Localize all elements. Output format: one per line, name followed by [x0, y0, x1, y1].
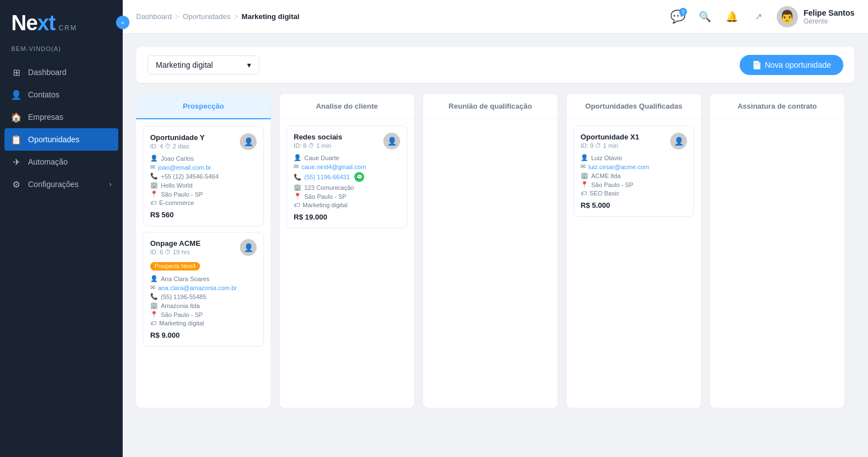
location-icon: 📍: [581, 181, 588, 188]
card-oportunidade-x1[interactable]: Oportunidade X1 ID: 9 ⏱ 1 min 👤 👤 Luiz O…: [573, 125, 694, 217]
card-contact: 👤 Ana Clara Soares: [150, 275, 257, 282]
tag-icon: 🏷: [150, 320, 156, 327]
bell-icon: 🔔: [726, 11, 738, 23]
card-phone-text[interactable]: (55) 1196-66431: [304, 174, 350, 180]
toolbar: Marketing digital ▾ 📄 Nova oportunidade: [136, 47, 855, 83]
email-icon: ✉: [294, 163, 299, 170]
sidebar-item-oportunidades[interactable]: 📋 Oportunidades: [4, 128, 118, 151]
column-body-assinatura: [710, 119, 844, 132]
sidebar-item-empresas[interactable]: 🏠 Empresas: [0, 106, 123, 128]
breadcrumb-dashboard[interactable]: Dashboard: [136, 12, 172, 21]
contact-name: Joao Carlos: [161, 155, 194, 162]
column-header-prospeccao: Prospecção: [136, 94, 271, 119]
card-onpage-acme[interactable]: Onpage ACME ID: 6 ⏱ 19 hrs 👤 Prospects N…: [143, 232, 264, 347]
content-area: Marketing digital ▾ 📄 Nova oportunidade …: [123, 34, 868, 457]
whatsapp-badge-count: 3: [679, 8, 687, 16]
card-location: 📍 São Paulo - SP: [581, 181, 687, 188]
card-tag-text: Marketing digital: [303, 202, 347, 208]
card-id: ID: 6 ⏱ 19 hrs: [150, 249, 201, 255]
location-icon: 📍: [150, 311, 158, 318]
card-tag-field: 🏷 SEO Basic: [581, 190, 687, 197]
automacao-icon: ✈: [11, 157, 21, 167]
new-opportunity-button[interactable]: 📄 Nova oportunidade: [740, 55, 843, 75]
card-id-text: ID: 9 ⏱ 1 min: [581, 142, 618, 149]
breadcrumb-current: Marketing digital: [242, 12, 299, 21]
card-email-link[interactable]: joao@email.com.br: [158, 164, 211, 171]
card-company: 🏢 ACME ltda: [581, 172, 687, 179]
card-oportunidade-y[interactable]: Oportunidade Y ID: 4 ⏱ 2 dias 👤 👤 Joao C…: [143, 126, 264, 226]
card-title: Oportunidade Y: [150, 133, 205, 142]
search-button[interactable]: 🔍: [696, 8, 714, 26]
file-icon: 📄: [752, 60, 762, 69]
column-header-analise: Analise do cliente: [280, 94, 414, 119]
sidebar-item-label: Configurações: [28, 180, 78, 189]
column-header-qualificadas: Oportunidades Qualificadas: [567, 94, 701, 119]
sidebar-item-contatos[interactable]: 👤 Contatos: [0, 83, 123, 106]
card-price: R$ 5.000: [581, 201, 687, 209]
sidebar-item-automacao[interactable]: ✈ Automação: [0, 151, 123, 173]
column-qualificadas: Oportunidades Qualificadas Oportunidade …: [567, 94, 701, 408]
card-email: ✉ luiz.cesar@acme.com: [581, 163, 687, 170]
column-header-assinatura: Assinatura de contrato: [710, 94, 844, 119]
user-profile[interactable]: 👨 Felipe Santos Gerente: [777, 6, 855, 27]
sidebar-nav: ⊞ Dashboard 👤 Contatos 🏠 Empresas 📋 Opor…: [0, 61, 123, 457]
card-tag-text: E-commerce: [159, 199, 194, 206]
card-redes-sociais[interactable]: Redes sociais ID: 8 ⏱ 1 min 👤 👤 Caue Dua…: [286, 125, 407, 228]
card-tag-field: 🏷 Marketing digital: [150, 320, 257, 327]
card-company-text: Hello World: [161, 182, 193, 189]
breadcrumb-oportunidades[interactable]: Oportunidades: [183, 12, 230, 21]
card-email-link[interactable]: caue.next4@gmail.com: [301, 164, 366, 170]
card-company: 🏢 123 Comunicação: [294, 184, 400, 191]
pipeline-dropdown[interactable]: Marketing digital ▾: [147, 55, 259, 74]
dashboard-icon: ⊞: [11, 67, 21, 77]
card-header: Oportunidade X1 ID: 9 ⏱ 1 min 👤: [581, 133, 687, 150]
notifications-button[interactable]: 🔔: [723, 8, 741, 26]
logo-crm: CRM: [58, 24, 77, 32]
card-tag-text: Marketing digital: [159, 320, 204, 327]
new-opportunity-label: Nova oportunidade: [765, 60, 831, 69]
card-company-text: 123 Comunicação: [304, 184, 354, 191]
column-body-reuniao: [423, 119, 558, 132]
location-icon: 📍: [150, 190, 158, 198]
column-analise: Analise do cliente Redes sociais ID: 8 ⏱…: [280, 94, 414, 408]
logo-area: Next CRM: [0, 0, 123, 41]
card-phone: 📞 (55) 1196-55485: [150, 293, 257, 300]
card-tag-text: SEO Basic: [590, 190, 619, 197]
card-location-text: São Paulo - SP: [591, 181, 633, 188]
column-body-prospeccao: Oportunidade Y ID: 4 ⏱ 2 dias 👤 👤 Joao C…: [136, 119, 271, 353]
sidebar-toggle[interactable]: «: [116, 16, 129, 29]
card-email-link[interactable]: ana.clara@amazonia.com.br: [158, 285, 237, 291]
card-company-text: ACME ltda: [591, 172, 621, 179]
card-header: Redes sociais ID: 8 ⏱ 1 min 👤: [294, 133, 400, 150]
email-icon: ✉: [581, 163, 586, 170]
empresas-icon: 🏠: [11, 112, 21, 122]
email-icon: ✉: [150, 284, 155, 291]
card-avatar: 👤: [383, 133, 400, 150]
share-button[interactable]: ↗: [750, 8, 768, 26]
card-location-text: São Paulo - SP: [161, 191, 203, 198]
phone-icon: 📞: [150, 172, 158, 180]
card-location-text: São Paulo - SP: [161, 311, 203, 318]
column-header-reuniao: Reunião de qualificação: [423, 94, 558, 119]
column-assinatura: Assinatura de contrato: [710, 94, 844, 408]
card-badge-tag: Prospects Next4: [150, 262, 200, 271]
sidebar: « Next CRM BEM-VINDO(A) ⊞ Dashboard 👤 Co…: [0, 0, 123, 457]
oportunidades-icon: 📋: [11, 134, 21, 144]
sidebar-item-dashboard[interactable]: ⊞ Dashboard: [0, 61, 123, 83]
card-title: Onpage ACME: [150, 239, 201, 248]
contact-icon: 👤: [150, 275, 158, 282]
contact-name: Luiz Otavio: [591, 155, 622, 161]
card-contact: 👤 Caue Duarte: [294, 154, 400, 161]
column-reuniao: Reunião de qualificação: [423, 94, 558, 408]
phone-icon: 📞: [294, 174, 301, 181]
sidebar-item-label: Empresas: [28, 113, 63, 122]
card-email-link[interactable]: luiz.cesar@acme.com: [588, 164, 649, 170]
contatos-icon: 👤: [11, 90, 21, 100]
card-contact: 👤 Joao Carlos: [150, 155, 257, 162]
sidebar-item-configuracoes[interactable]: ⚙ Configurações ›: [0, 173, 123, 195]
card-id-text: ID: 6 ⏱ 19 hrs: [150, 249, 190, 255]
card-company: 🏢 Hello World: [150, 181, 257, 189]
company-icon: 🏢: [581, 172, 588, 179]
whatsapp-button[interactable]: 💬 3: [669, 8, 687, 26]
card-location: 📍 São Paulo - SP: [150, 311, 257, 318]
